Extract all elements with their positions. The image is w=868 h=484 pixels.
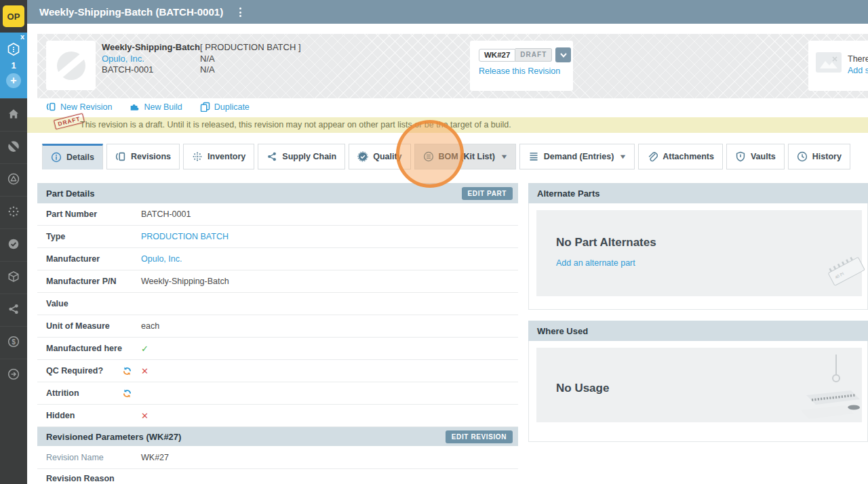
- manufacturer-link[interactable]: Opulo, Inc.: [141, 254, 182, 264]
- triangle-circle-icon: [7, 173, 20, 188]
- part-thumbnail[interactable]: [46, 41, 96, 90]
- sidebar-item-home[interactable]: [0, 98, 27, 131]
- new-revision-button[interactable]: New Revision: [46, 102, 112, 112]
- alternate-parts-panel: Alternate Parts No Part Alternates Add a…: [528, 183, 868, 310]
- sidebar-item-changes[interactable]: [0, 163, 27, 196]
- part-icon[interactable]: [6, 42, 21, 60]
- org-logo[interactable]: OP: [3, 5, 24, 27]
- sidebar-item-signout[interactable]: [0, 359, 27, 391]
- row-label: Value: [37, 299, 141, 308]
- sidebar-item-pricing[interactable]: $: [0, 326, 27, 359]
- dollar-circle-icon: $: [7, 336, 20, 350]
- corner-block: OP: [0, 0, 27, 33]
- cross-icon: ✕: [141, 366, 149, 376]
- row-label: Revision Reason: [37, 469, 141, 483]
- add-icon[interactable]: +: [6, 73, 21, 88]
- panel-title: Part Details: [46, 188, 95, 199]
- tab-demand-entries[interactable]: Demand (Entries) ▼: [519, 144, 635, 169]
- tab-supply-chain[interactable]: Supply Chain: [258, 144, 345, 169]
- part-number: BATCH-0001: [102, 64, 200, 76]
- na-line-1: N/A: [200, 54, 301, 65]
- sidebar-item-inventory[interactable]: [0, 196, 27, 228]
- tab-label: Details: [66, 153, 94, 162]
- page-title: Weekly-Shipping-Batch (BATCH-0001): [39, 6, 223, 18]
- sidebar-item-quality[interactable]: [0, 228, 27, 261]
- manufacturer-link[interactable]: Opulo, Inc.: [102, 54, 200, 65]
- tab-bom-kit-list[interactable]: BOM (Kit List) ▼: [414, 144, 516, 169]
- seal-check-icon: [7, 238, 20, 253]
- close-icon[interactable]: x: [20, 33, 24, 41]
- revision-icon: [46, 102, 56, 112]
- table-row: Manufacturer P/N Weekly-Shipping-Batch: [37, 270, 518, 293]
- part-details-panel: Part Details EDIT PART Part Number BATCH…: [37, 183, 518, 484]
- check-icon: ✓: [141, 344, 149, 354]
- tab-label: Supply Chain: [282, 152, 336, 161]
- home-icon: [7, 108, 20, 123]
- tab-label: Quality: [373, 152, 401, 161]
- revision-dropdown-button[interactable]: [555, 47, 571, 62]
- part-details-header: Part Details EDIT PART: [37, 183, 518, 203]
- share-icon: [267, 151, 277, 162]
- sidebar: x 1 + $: [0, 33, 27, 484]
- row-label-text: Attrition: [46, 388, 79, 398]
- table-row: Revision Name WK#27: [37, 446, 518, 469]
- sidebar-item-supply[interactable]: [0, 294, 27, 326]
- edit-part-button[interactable]: EDIT PART: [462, 187, 513, 200]
- refresh-icon: [123, 367, 132, 376]
- draft-warning-text: This revision is a draft. Until it is re…: [80, 117, 511, 133]
- add-images-link[interactable]: Add s: [848, 65, 868, 77]
- tab-attachments[interactable]: Attachments: [638, 144, 723, 169]
- tab-history[interactable]: History: [788, 144, 850, 169]
- alternate-parts-header: Alternate Parts: [528, 183, 868, 203]
- images-card: There Add s: [808, 41, 868, 91]
- chip-illustration: 40 PI: [821, 254, 868, 289]
- add-alternate-link[interactable]: Add an alternate part: [556, 258, 635, 268]
- tab-label: Revisions: [131, 152, 171, 161]
- revision-icon: [115, 151, 126, 162]
- panel-title: Alternate Parts: [537, 188, 599, 199]
- chevron-down-icon: ▼: [619, 153, 627, 160]
- table-row: QC Required? ✕: [37, 360, 518, 382]
- chevron-down-icon: [560, 53, 567, 58]
- dots-grid-icon: [7, 205, 20, 220]
- tab-vaults[interactable]: Vaults: [726, 144, 785, 169]
- table-row: Value: [37, 293, 518, 315]
- row-label: Unit of Measure: [37, 321, 141, 331]
- release-revision-link[interactable]: Release this Revision: [479, 66, 560, 76]
- table-row: Revision Reason: [37, 469, 518, 484]
- app-window: OP Weekly-Shipping-Batch (BATCH-0001) x …: [0, 0, 868, 484]
- svg-text:$: $: [12, 338, 16, 345]
- edit-revision-button[interactable]: EDIT REVISION: [446, 430, 513, 443]
- share-icon: [7, 303, 20, 318]
- cube-icon: [7, 270, 20, 285]
- panel-title: Where Used: [537, 326, 588, 336]
- tab-details[interactable]: Details: [42, 144, 103, 169]
- arrow-right-circle-icon: [7, 368, 20, 383]
- duplicate-button[interactable]: Duplicate: [200, 102, 250, 112]
- where-used-header: Where Used: [528, 321, 868, 341]
- dots-grid-icon: [192, 151, 203, 162]
- row-value: Weekly-Shipping-Batch: [141, 277, 229, 286]
- sidebar-count-badge: 1: [0, 60, 27, 70]
- revision-status-badge: DRAFT: [515, 48, 552, 62]
- row-label-text: QC Required?: [46, 366, 103, 376]
- chevron-down-icon: ▼: [500, 153, 508, 160]
- table-row: Type PRODUCTION BATCH: [37, 226, 518, 248]
- new-build-button[interactable]: New Build: [130, 102, 182, 112]
- sidebar-item-brand[interactable]: [0, 131, 27, 163]
- tab-label: BOM (Kit List): [439, 152, 495, 161]
- puzzle-icon: [130, 102, 140, 112]
- tab-quality[interactable]: Quality: [349, 144, 410, 169]
- demand-list-icon: [528, 151, 539, 162]
- type-link[interactable]: PRODUCTION BATCH: [141, 232, 229, 241]
- table-row: Unit of Measure each: [37, 315, 518, 338]
- sidebar-item-parts[interactable]: [0, 261, 27, 294]
- table-row: Manufactured here ✓: [37, 338, 518, 360]
- svg-text:40 PI: 40 PI: [834, 271, 844, 279]
- alternate-empty-state: No Part Alternates Add an alternate part…: [536, 210, 862, 296]
- kebab-menu-icon[interactable]: [235, 5, 245, 19]
- row-label: Manufactured here: [37, 344, 141, 353]
- tab-revisions[interactable]: Revisions: [106, 144, 180, 169]
- tab-inventory[interactable]: Inventory: [183, 144, 254, 169]
- tab-label: Demand (Entries): [544, 152, 614, 161]
